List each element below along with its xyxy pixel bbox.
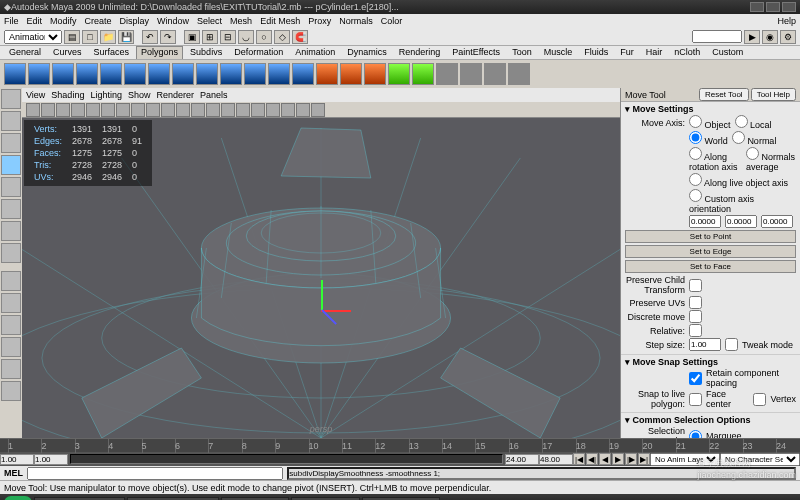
shelf-plane-icon[interactable] bbox=[100, 63, 122, 85]
tab-hair[interactable]: Hair bbox=[641, 46, 668, 59]
menu-display[interactable]: Display bbox=[120, 16, 150, 26]
tab-deformation[interactable]: Deformation bbox=[229, 46, 288, 59]
scale-tool-icon[interactable] bbox=[1, 199, 21, 219]
snap-grid-icon[interactable]: ⊟ bbox=[220, 30, 236, 44]
save-icon[interactable]: 💾 bbox=[118, 30, 134, 44]
menu-edit[interactable]: Edit bbox=[27, 16, 43, 26]
move-tool-icon[interactable] bbox=[1, 155, 21, 175]
view-icon[interactable] bbox=[281, 103, 295, 117]
taskbar-item[interactable]: Output Window bbox=[221, 497, 290, 501]
rotate-tool-icon[interactable] bbox=[1, 177, 21, 197]
tab-toon[interactable]: Toon bbox=[507, 46, 537, 59]
shelf-pyramid-icon[interactable] bbox=[172, 63, 194, 85]
play-fwd-icon[interactable]: ▶ bbox=[612, 453, 624, 465]
axis-navg-radio[interactable] bbox=[746, 147, 759, 160]
render-settings-icon[interactable]: ⚙ bbox=[780, 30, 796, 44]
shelf-cylinder-icon[interactable] bbox=[52, 63, 74, 85]
maximize-button[interactable] bbox=[766, 2, 780, 12]
shelf-torus-icon[interactable] bbox=[124, 63, 146, 85]
tab-custom[interactable]: Custom bbox=[707, 46, 748, 59]
redo-icon[interactable]: ↷ bbox=[160, 30, 176, 44]
menu-help[interactable]: Help bbox=[777, 16, 796, 26]
select-tool-icon[interactable] bbox=[1, 89, 21, 109]
shelf-sphere-icon[interactable] bbox=[4, 63, 26, 85]
minimize-button[interactable] bbox=[750, 2, 764, 12]
view-icon[interactable] bbox=[26, 103, 40, 117]
menu-file[interactable]: File bbox=[4, 16, 19, 26]
view-menu-panels[interactable]: Panels bbox=[200, 90, 228, 100]
view-menu-view[interactable]: View bbox=[26, 90, 45, 100]
snap-curve-icon[interactable]: ◡ bbox=[238, 30, 254, 44]
move-settings-head[interactable]: ▾ Move Settings bbox=[625, 104, 796, 114]
axis-z-input[interactable] bbox=[761, 215, 793, 228]
four-view-icon[interactable] bbox=[1, 293, 21, 313]
axis-y-icon[interactable] bbox=[321, 280, 323, 310]
menu-select[interactable]: Select bbox=[197, 16, 222, 26]
shelf-extrude-icon[interactable] bbox=[364, 63, 386, 85]
axis-custom-radio[interactable] bbox=[689, 189, 702, 202]
menu-editmesh[interactable]: Edit Mesh bbox=[260, 16, 300, 26]
tab-polygons[interactable]: Polygons bbox=[136, 46, 183, 59]
shelf-platonic-icon[interactable] bbox=[268, 63, 290, 85]
axis-normal-radio[interactable] bbox=[732, 131, 745, 144]
shelf-append-icon[interactable] bbox=[508, 63, 530, 85]
new-icon[interactable]: □ bbox=[82, 30, 98, 44]
range-start-input[interactable] bbox=[0, 454, 34, 465]
shelf-prism-icon[interactable] bbox=[148, 63, 170, 85]
snap-settings-head[interactable]: ▾ Move Snap Settings bbox=[625, 357, 796, 367]
view-icon[interactable] bbox=[251, 103, 265, 117]
view-icon[interactable] bbox=[71, 103, 85, 117]
shelf-cone-icon[interactable] bbox=[76, 63, 98, 85]
taskbar-item[interactable]: Autodesk Maya 200... bbox=[34, 497, 125, 501]
reset-tool-button[interactable]: Reset Tool bbox=[699, 88, 749, 101]
tab-general[interactable]: General bbox=[4, 46, 46, 59]
tab-fluids[interactable]: Fluids bbox=[579, 46, 613, 59]
axis-object-radio[interactable] bbox=[689, 115, 702, 128]
step-input[interactable] bbox=[689, 338, 721, 351]
snap-plane-icon[interactable]: ◇ bbox=[274, 30, 290, 44]
shelf-type-icon[interactable] bbox=[292, 63, 314, 85]
view-icon[interactable] bbox=[191, 103, 205, 117]
view-icon[interactable] bbox=[176, 103, 190, 117]
snap-icon[interactable]: ⊞ bbox=[202, 30, 218, 44]
view-icon[interactable] bbox=[266, 103, 280, 117]
menu-normals[interactable]: Normals bbox=[339, 16, 373, 26]
render-icon[interactable]: ▶ bbox=[744, 30, 760, 44]
view-icon[interactable] bbox=[41, 103, 55, 117]
menu-window[interactable]: Window bbox=[157, 16, 189, 26]
magnet-icon[interactable]: 🧲 bbox=[292, 30, 308, 44]
common-sel-head[interactable]: ▾ Common Selection Options bbox=[625, 415, 796, 425]
view-menu-renderer[interactable]: Renderer bbox=[156, 90, 194, 100]
shelf-mirror-icon[interactable] bbox=[460, 63, 482, 85]
open-icon[interactable]: 📁 bbox=[100, 30, 116, 44]
numeric-input[interactable] bbox=[692, 30, 742, 43]
undo-icon[interactable]: ↶ bbox=[142, 30, 158, 44]
view-icon[interactable] bbox=[86, 103, 100, 117]
tab-ncloth[interactable]: nCloth bbox=[669, 46, 705, 59]
preserve-uv-check[interactable] bbox=[689, 296, 702, 309]
tool-help-button[interactable]: Tool Help bbox=[751, 88, 796, 101]
view-icon[interactable] bbox=[236, 103, 250, 117]
fast-fwd-icon[interactable]: ▶| bbox=[638, 453, 650, 465]
viewport[interactable]: Verts:139113910 Edges:2678267891 Faces:1… bbox=[22, 118, 620, 438]
view-menu-show[interactable]: Show bbox=[128, 90, 151, 100]
view-icon[interactable] bbox=[296, 103, 310, 117]
hypershade-icon[interactable] bbox=[1, 359, 21, 379]
shelf-pipe-icon[interactable] bbox=[196, 63, 218, 85]
view-icon[interactable] bbox=[206, 103, 220, 117]
select-mask-icon[interactable]: ▣ bbox=[184, 30, 200, 44]
shelf-cube-icon[interactable] bbox=[28, 63, 50, 85]
manip-tool-icon[interactable] bbox=[1, 221, 21, 241]
view-icon[interactable] bbox=[311, 103, 325, 117]
tab-painteffects[interactable]: PaintEffects bbox=[447, 46, 505, 59]
lasso-tool-icon[interactable] bbox=[1, 111, 21, 131]
rewind-icon[interactable]: |◀ bbox=[573, 453, 585, 465]
axis-world-radio[interactable] bbox=[689, 131, 702, 144]
shelf-combine-icon[interactable] bbox=[316, 63, 338, 85]
view-icon[interactable] bbox=[161, 103, 175, 117]
step-fwd-icon[interactable]: |▶ bbox=[625, 453, 637, 465]
status-icon[interactable]: ▤ bbox=[64, 30, 80, 44]
shelf-helix-icon[interactable] bbox=[220, 63, 242, 85]
shelf-sculpt-icon[interactable] bbox=[436, 63, 458, 85]
vertex-check[interactable] bbox=[753, 393, 766, 406]
